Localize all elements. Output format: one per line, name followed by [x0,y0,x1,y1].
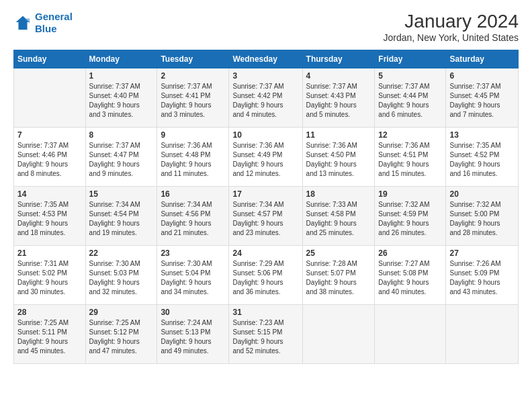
calendar-cell: 3Sunrise: 7:37 AMSunset: 4:42 PMDaylight… [229,68,302,128]
cell-text: Sunrise: 7:37 AMSunset: 4:46 PMDaylight:… [17,141,82,179]
calendar-cell: 13Sunrise: 7:35 AMSunset: 4:52 PMDayligh… [446,128,519,187]
calendar-cell: 1Sunrise: 7:37 AMSunset: 4:40 PMDaylight… [85,68,157,128]
calendar-cell: 24Sunrise: 7:29 AMSunset: 5:06 PMDayligh… [229,246,302,305]
day-number: 28 [17,308,82,317]
calendar-cell: 11Sunrise: 7:36 AMSunset: 4:50 PMDayligh… [302,128,375,187]
cell-text: Sunrise: 7:36 AMSunset: 4:51 PMDaylight:… [378,141,442,179]
logo: General Blue [13,11,73,35]
cell-text: Sunrise: 7:35 AMSunset: 4:53 PMDaylight:… [17,200,82,238]
calendar-cell: 5Sunrise: 7:37 AMSunset: 4:44 PMDaylight… [375,68,446,128]
calendar-cell: 28Sunrise: 7:25 AMSunset: 5:11 PMDayligh… [14,305,86,364]
calendar-cell: 31Sunrise: 7:23 AMSunset: 5:15 PMDayligh… [229,305,302,364]
week-row-1: 7Sunrise: 7:37 AMSunset: 4:46 PMDaylight… [14,128,519,187]
cell-text: Sunrise: 7:23 AMSunset: 5:15 PMDaylight:… [232,318,298,356]
cell-text: Sunrise: 7:37 AMSunset: 4:43 PMDaylight:… [306,82,371,120]
day-number: 14 [17,189,82,199]
col-header-monday: Monday [85,50,157,68]
day-number: 31 [232,308,298,317]
week-row-2: 14Sunrise: 7:35 AMSunset: 4:53 PMDayligh… [14,187,519,246]
calendar-cell: 9Sunrise: 7:36 AMSunset: 4:48 PMDaylight… [157,128,229,187]
week-row-3: 21Sunrise: 7:31 AMSunset: 5:02 PMDayligh… [14,246,519,305]
day-number: 24 [232,248,298,258]
calendar-cell: 26Sunrise: 7:27 AMSunset: 5:08 PMDayligh… [375,246,446,305]
day-number: 21 [17,248,82,258]
calendar-cell: 19Sunrise: 7:32 AMSunset: 4:59 PMDayligh… [375,187,446,246]
col-header-tuesday: Tuesday [157,50,229,68]
calendar-cell: 21Sunrise: 7:31 AMSunset: 5:02 PMDayligh… [14,246,86,305]
col-header-thursday: Thursday [302,50,375,68]
cell-text: Sunrise: 7:35 AMSunset: 4:52 PMDaylight:… [449,141,515,179]
col-header-friday: Friday [375,50,446,68]
day-number: 9 [161,130,225,140]
week-row-0: 1Sunrise: 7:37 AMSunset: 4:40 PMDaylight… [14,68,519,128]
calendar-table: SundayMondayTuesdayWednesdayThursdayFrid… [13,50,519,364]
cell-text: Sunrise: 7:36 AMSunset: 4:49 PMDaylight:… [232,141,298,179]
calendar-cell: 16Sunrise: 7:34 AMSunset: 4:56 PMDayligh… [157,187,229,246]
calendar-cell: 27Sunrise: 7:26 AMSunset: 5:09 PMDayligh… [446,246,519,305]
cell-text: Sunrise: 7:28 AMSunset: 5:07 PMDaylight:… [306,259,371,297]
cell-text: Sunrise: 7:37 AMSunset: 4:40 PMDaylight:… [89,82,154,120]
logo-line1: General [35,11,73,22]
logo-icon [13,13,32,32]
cell-text: Sunrise: 7:34 AMSunset: 4:56 PMDaylight:… [161,200,225,238]
day-number: 13 [449,130,515,140]
day-number: 18 [306,189,371,199]
day-number: 8 [89,130,154,140]
cell-text: Sunrise: 7:36 AMSunset: 4:48 PMDaylight:… [161,141,225,179]
cell-text: Sunrise: 7:30 AMSunset: 5:04 PMDaylight:… [161,259,225,297]
cell-text: Sunrise: 7:33 AMSunset: 4:58 PMDaylight:… [306,200,371,238]
title-block: January 2024 Jordan, New York, United St… [383,11,519,43]
calendar-cell: 8Sunrise: 7:37 AMSunset: 4:47 PMDaylight… [85,128,157,187]
calendar-cell: 15Sunrise: 7:34 AMSunset: 4:54 PMDayligh… [85,187,157,246]
day-number: 12 [378,130,442,140]
calendar-cell: 20Sunrise: 7:32 AMSunset: 5:00 PMDayligh… [446,187,519,246]
calendar-cell: 18Sunrise: 7:33 AMSunset: 4:58 PMDayligh… [302,187,375,246]
day-number: 26 [378,248,442,258]
cell-text: Sunrise: 7:26 AMSunset: 5:09 PMDaylight:… [449,259,515,297]
day-number: 19 [378,189,442,199]
day-number: 30 [161,308,225,317]
cell-text: Sunrise: 7:32 AMSunset: 4:59 PMDaylight:… [378,200,442,238]
day-number: 4 [306,71,371,81]
cell-text: Sunrise: 7:34 AMSunset: 4:57 PMDaylight:… [232,200,298,238]
cell-text: Sunrise: 7:37 AMSunset: 4:45 PMDaylight:… [449,82,515,120]
cell-text: Sunrise: 7:29 AMSunset: 5:06 PMDaylight:… [232,259,298,297]
calendar-cell [375,305,446,364]
logo-line2: Blue [35,23,57,34]
svg-marker-0 [16,16,30,30]
page: General Blue January 2024 Jordan, New Yo… [0,0,532,411]
calendar-cell: 22Sunrise: 7:30 AMSunset: 5:03 PMDayligh… [85,246,157,305]
col-header-sunday: Sunday [14,50,86,68]
header: General Blue January 2024 Jordan, New Yo… [13,11,519,43]
day-number: 23 [161,248,225,258]
day-number: 15 [89,189,154,199]
day-number: 27 [449,248,515,258]
day-number: 5 [378,71,442,81]
col-header-wednesday: Wednesday [229,50,302,68]
day-number: 1 [89,71,154,81]
cell-text: Sunrise: 7:37 AMSunset: 4:47 PMDaylight:… [89,141,154,179]
calendar-cell: 7Sunrise: 7:37 AMSunset: 4:46 PMDaylight… [14,128,86,187]
cell-text: Sunrise: 7:25 AMSunset: 5:12 PMDaylight:… [89,318,154,356]
day-number: 6 [449,71,515,81]
calendar-cell: 23Sunrise: 7:30 AMSunset: 5:04 PMDayligh… [157,246,229,305]
calendar-cell [302,305,375,364]
day-number: 3 [232,71,298,81]
cell-text: Sunrise: 7:37 AMSunset: 4:41 PMDaylight:… [161,82,225,120]
header-row: SundayMondayTuesdayWednesdayThursdayFrid… [14,50,519,68]
subtitle: Jordan, New York, United States [383,32,519,43]
logo-text: General Blue [35,11,73,35]
cell-text: Sunrise: 7:37 AMSunset: 4:44 PMDaylight:… [378,82,442,120]
calendar-cell [14,68,86,128]
day-number: 29 [89,308,154,317]
day-number: 20 [449,189,515,199]
calendar-cell: 4Sunrise: 7:37 AMSunset: 4:43 PMDaylight… [302,68,375,128]
day-number: 7 [17,130,82,140]
cell-text: Sunrise: 7:30 AMSunset: 5:03 PMDaylight:… [89,259,154,297]
day-number: 25 [306,248,371,258]
cell-text: Sunrise: 7:24 AMSunset: 5:13 PMDaylight:… [161,318,225,356]
main-title: January 2024 [383,11,519,32]
col-header-saturday: Saturday [446,50,519,68]
cell-text: Sunrise: 7:27 AMSunset: 5:08 PMDaylight:… [378,259,442,297]
cell-text: Sunrise: 7:32 AMSunset: 5:00 PMDaylight:… [449,200,515,238]
